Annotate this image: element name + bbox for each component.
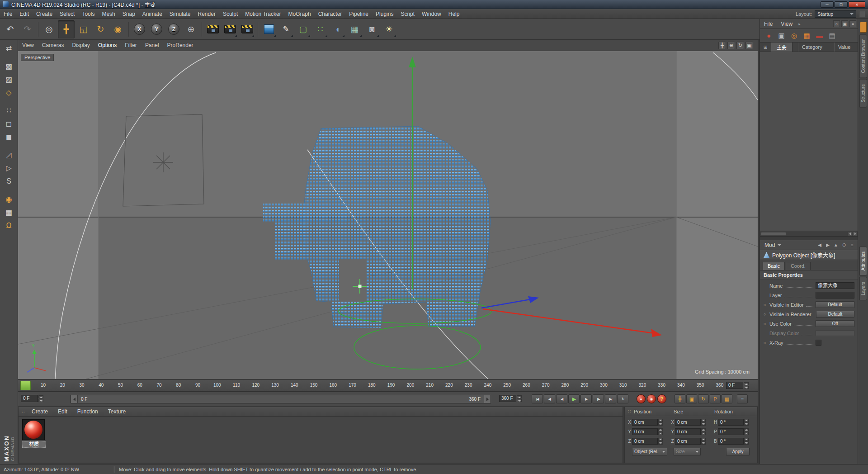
spin-down-icon[interactable] [517, 399, 522, 402]
record-rotation-toggle[interactable]: ↻ [698, 394, 709, 403]
record-keyframe-button[interactable]: ● [637, 394, 646, 403]
camera-button[interactable]: ◙ [363, 20, 380, 38]
menu-character[interactable]: Character [315, 9, 346, 19]
material-menu-edit[interactable]: Edit [54, 408, 71, 415]
anim-dot-icon[interactable] [764, 303, 769, 307]
render-picture-viewer-button[interactable] [222, 20, 238, 38]
object-list[interactable] [760, 52, 858, 231]
play-button[interactable]: ▶ [568, 394, 580, 403]
nav-back-icon[interactable]: ◀ [816, 242, 823, 247]
pen-spline-tool[interactable]: ✎ [278, 20, 294, 38]
attr-display-color-swatch[interactable] [816, 330, 854, 336]
menu-file[interactable]: File [0, 9, 16, 19]
spin-down-icon[interactable] [744, 386, 749, 389]
panel-grip-icon[interactable] [19, 409, 28, 414]
filter-icon[interactable] [760, 43, 771, 52]
lock-x-axis-button[interactable]: X [131, 20, 148, 38]
spin-up-icon[interactable] [744, 428, 749, 431]
menu-tools[interactable]: Tools [78, 9, 98, 19]
end-frame-spinner[interactable]: 360 F [499, 395, 522, 402]
minimize-button[interactable] [821, 1, 834, 8]
render-clapper-icon[interactable]: ▬ [814, 30, 825, 41]
menu-render[interactable]: Render [194, 9, 219, 19]
timeline-layout-button[interactable]: ≡ [737, 394, 748, 403]
attr-x-ray-checkbox[interactable] [816, 340, 821, 346]
attr-tab-coord[interactable]: Coord. [786, 262, 811, 270]
lock-workplane-button[interactable]: ▦ [1, 206, 17, 219]
rotation-h-input[interactable]: 0 ° [718, 419, 744, 426]
goto-end-button[interactable]: ▶| [605, 394, 616, 403]
viewport-menu-prorender[interactable]: ProRender [163, 40, 198, 51]
spin-down-icon[interactable] [658, 432, 663, 435]
om-menu-file[interactable]: File [760, 21, 777, 27]
size-mode-dropdown[interactable]: Size [674, 448, 701, 455]
material-menu-texture[interactable]: Texture [104, 408, 130, 415]
pan-view-button[interactable]: ╋ [718, 42, 726, 49]
rotate-tool[interactable]: ↻ [92, 20, 109, 38]
environment-button[interactable]: ▦ [346, 20, 363, 38]
spin-up-icon[interactable] [38, 395, 43, 398]
scroll-left-icon[interactable] [847, 232, 852, 236]
materials-page-icon[interactable]: ● [764, 30, 774, 41]
spinner-arrows[interactable] [38, 395, 43, 402]
move-tool[interactable]: ╋ [58, 20, 75, 38]
spin-up-icon[interactable] [701, 419, 706, 422]
menu-pipeline[interactable]: Pipeline [345, 9, 372, 19]
record-position-toggle[interactable]: ╋ [675, 394, 685, 403]
spinner-arrows[interactable] [744, 382, 749, 389]
current-frame-value[interactable]: 0 F [726, 382, 743, 389]
viewport-menu-display[interactable]: Display [68, 40, 94, 51]
menu-mograph[interactable]: MoGraph [285, 9, 315, 19]
subdivision-surface-button[interactable]: ▢ [295, 20, 311, 38]
om-menu-view[interactable]: View [777, 21, 797, 27]
viewport-menu-panel[interactable]: Panel [141, 40, 163, 51]
spin-up-icon[interactable] [744, 438, 749, 441]
structure-icon[interactable]: ▤ [827, 30, 837, 41]
mode-dropdown[interactable]: Mod [760, 242, 777, 248]
make-editable-button[interactable]: ⇄ [1, 42, 17, 55]
snap-toggle-button[interactable]: S [1, 175, 17, 188]
maximize-button[interactable] [835, 1, 848, 8]
rotate-view-button[interactable]: ↻ [736, 42, 744, 49]
panel-menu-icon[interactable]: ≡ [849, 242, 855, 247]
attr-visible-in-renderer-dropdown[interactable]: Default [816, 311, 854, 318]
record-scale-toggle[interactable]: ▣ [686, 394, 697, 403]
scale-tool[interactable]: ◱ [75, 20, 92, 38]
render-settings-button[interactable] [239, 20, 255, 38]
scrollbar-thumb[interactable] [761, 232, 786, 236]
edges-mode-button[interactable]: ◻ [1, 117, 17, 130]
search-icon[interactable]: ○ [833, 20, 840, 27]
viewport-menu-options[interactable]: Options [94, 40, 121, 51]
panel-menu-icon[interactable]: ≡ [849, 20, 856, 27]
attr-tab-basic[interactable]: Basic [763, 262, 785, 270]
spin-down-icon[interactable] [744, 441, 749, 445]
tab-main[interactable]: 主要 [771, 43, 793, 52]
more-menus-icon[interactable] [797, 22, 802, 26]
panel-grip-icon[interactable] [625, 409, 634, 414]
rotation-b-stepper[interactable] [744, 438, 749, 445]
side-tab-content-browser[interactable]: Content Browser [859, 34, 867, 78]
menu-edit[interactable]: Edit [16, 9, 33, 19]
menu-snap[interactable]: Snap [119, 9, 139, 19]
measure-tool-button[interactable]: ◿ [1, 148, 17, 161]
size-x-stepper[interactable] [701, 419, 706, 426]
position-x-stepper[interactable] [658, 419, 663, 426]
viewport-menu-cameras[interactable]: Cameras [38, 40, 68, 51]
position-z-stepper[interactable] [658, 438, 663, 445]
menu-window[interactable]: Window [418, 9, 445, 19]
spin-down-icon[interactable] [744, 422, 749, 426]
camera-label[interactable]: Perspective [21, 54, 54, 61]
layout-select[interactable]: Startup [815, 10, 856, 18]
attr-name-input[interactable]: 像素大象 [816, 282, 854, 289]
spin-down-icon[interactable] [658, 441, 663, 445]
prev-frame-button[interactable]: ◀ [556, 394, 567, 403]
material-item[interactable]: 材质 [22, 419, 46, 448]
side-tab-layers[interactable]: Layers [859, 277, 867, 300]
menu-simulate[interactable]: Simulate [166, 9, 194, 19]
viewport-menu-view[interactable]: View [18, 40, 38, 51]
end-frame-value[interactable]: 360 F [499, 395, 516, 402]
cloner-button[interactable]: ∷ [312, 20, 329, 38]
mograph-icon[interactable]: ◎ [789, 30, 799, 41]
spinner-arrows[interactable] [517, 395, 522, 402]
texture-mode-button[interactable]: ▨ [1, 73, 17, 86]
